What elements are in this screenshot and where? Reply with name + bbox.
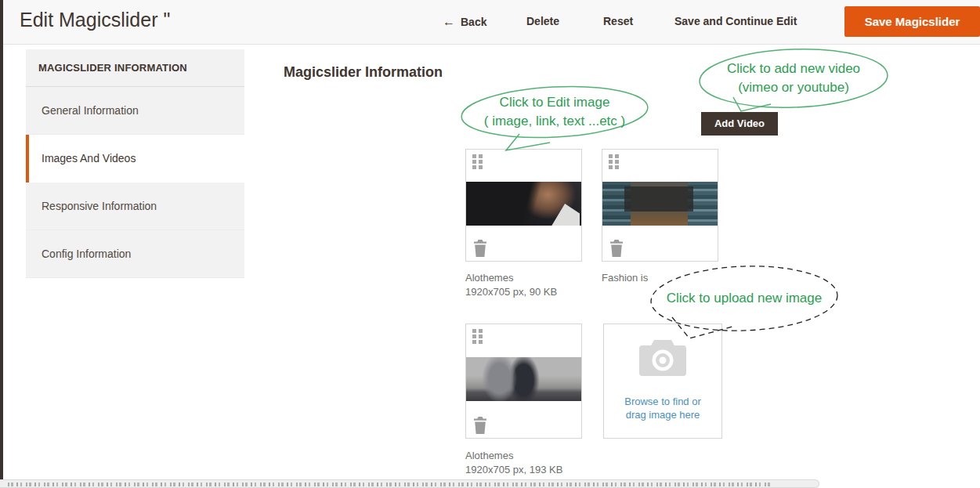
drag-handle-icon[interactable] (472, 329, 483, 344)
callout-line: Click to add new video (703, 60, 884, 78)
browse-link-line1: Browse to find or (604, 395, 721, 408)
edit-image-callout-bubble (460, 82, 649, 142)
slide-title: Alothemes (465, 449, 562, 463)
slide-title: Alothemes (465, 271, 557, 285)
slide-meta: 1920x705 px, 90 KB (465, 285, 557, 299)
slide-image-overlay (624, 186, 693, 211)
slide-meta: 1920x705 px, 193 KB (465, 463, 562, 477)
delete-button[interactable]: Delete (526, 15, 559, 27)
slide-image-2[interactable] (602, 182, 718, 226)
callout-line: (vimeo or youtube) (703, 78, 884, 97)
slide-title: Fashion is (602, 271, 648, 285)
edit-magicslider-page: Edit Magicslider " ←Back Delete Reset Sa… (0, 0, 980, 488)
back-arrow-icon: ← (443, 15, 455, 28)
trash-icon[interactable] (473, 240, 487, 257)
sidebar-item-responsive-information[interactable]: Responsive Information (26, 183, 244, 230)
drag-handle-icon[interactable] (472, 154, 483, 169)
page-header: Edit Magicslider " ←Back Delete Reset Sa… (0, 0, 980, 45)
add-video-callout-tail (733, 97, 771, 111)
slide-card-3 (465, 324, 582, 439)
add-video-callout-bubble (699, 46, 888, 110)
save-and-continue-button[interactable]: Save and Continue Edit (674, 15, 797, 27)
upload-image-callout-text: Click to upload new image (653, 289, 835, 308)
page-title: Edit Magicslider " (20, 9, 170, 31)
browse-image-link[interactable]: Browse to find or drag image here (604, 395, 721, 421)
sidebar-item-images-and-videos[interactable]: Images And Videos (26, 135, 244, 183)
edit-image-callout-text: Click to Edit image ( image, link, text … (467, 93, 642, 131)
sidebar-item-config-information[interactable]: Config Information (26, 230, 244, 278)
slide-card-1 (465, 149, 582, 262)
slide-image-3[interactable] (466, 357, 581, 401)
section-title: Magicslider Information (284, 64, 443, 81)
sidebar-item-general-information[interactable]: General Information (26, 87, 244, 135)
back-button[interactable]: ←Back (443, 15, 486, 29)
admin-menu-strip (0, 0, 3, 479)
sidebar: MAGICSLIDER INFORMATION General Informat… (26, 49, 244, 278)
image-upload-dropzone[interactable]: Browse to find or drag image here (603, 324, 722, 439)
slide-caption-3: Alothemes 1920x705 px, 193 KB (465, 449, 562, 477)
status-bar-fineprint (8, 483, 772, 486)
back-button-label: Back (461, 16, 486, 28)
reset-button[interactable]: Reset (603, 15, 633, 27)
camera-icon (638, 338, 687, 378)
save-magicslider-button[interactable]: Save Magicslider (844, 6, 980, 37)
sidebar-title: MAGICSLIDER INFORMATION (26, 49, 244, 87)
slide-caption-1: Alothemes 1920x705 px, 90 KB (465, 271, 557, 299)
callout-line: Click to Edit image (467, 93, 642, 112)
drag-handle-icon[interactable] (609, 154, 619, 169)
add-video-callout-text: Click to add new video (vimeo or youtube… (703, 60, 884, 97)
callout-line: Click to upload new image (653, 289, 835, 308)
slide-caption-2: Fashion is (602, 271, 648, 285)
trash-icon[interactable] (473, 417, 487, 434)
trash-icon[interactable] (609, 240, 624, 257)
browse-link-line2: drag image here (604, 408, 721, 421)
edit-image-callout-tail (506, 134, 550, 150)
slide-card-2 (602, 149, 718, 262)
callout-line: ( image, link, text ...etc ) (467, 112, 642, 131)
add-video-button[interactable]: Add Video (701, 112, 778, 136)
slide-image-1[interactable] (466, 182, 581, 226)
status-bar (0, 479, 819, 488)
